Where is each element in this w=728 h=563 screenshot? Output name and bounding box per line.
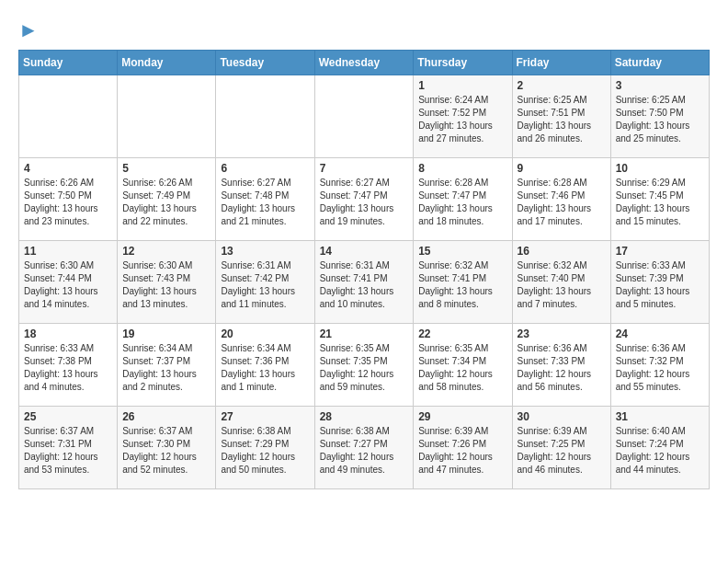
day-cell: 3Sunrise: 6:25 AM Sunset: 7:50 PM Daylig… <box>610 75 709 158</box>
day-cell: 19Sunrise: 6:34 AM Sunset: 7:37 PM Dayli… <box>118 324 216 407</box>
day-info: Sunrise: 6:33 AM Sunset: 7:38 PM Dayligh… <box>24 342 112 394</box>
day-cell: 27Sunrise: 6:38 AM Sunset: 7:29 PM Dayli… <box>216 407 314 489</box>
day-number: 10 <box>616 162 704 175</box>
day-cell: 30Sunrise: 6:39 AM Sunset: 7:25 PM Dayli… <box>512 407 610 489</box>
day-number: 29 <box>418 410 506 423</box>
day-cell: 1Sunrise: 6:24 AM Sunset: 7:52 PM Daylig… <box>414 75 512 158</box>
header-cell-saturday: Saturday <box>610 51 709 75</box>
day-cell: 26Sunrise: 6:37 AM Sunset: 7:30 PM Dayli… <box>118 407 216 489</box>
day-number: 23 <box>518 327 606 340</box>
day-number: 13 <box>221 245 309 258</box>
day-number: 25 <box>24 410 112 423</box>
day-number: 9 <box>518 162 606 175</box>
day-number: 2 <box>518 79 606 92</box>
day-number: 22 <box>418 327 506 340</box>
day-info: Sunrise: 6:35 AM Sunset: 7:34 PM Dayligh… <box>418 342 506 394</box>
day-cell: 12Sunrise: 6:30 AM Sunset: 7:43 PM Dayli… <box>118 241 216 324</box>
day-number: 8 <box>418 162 506 175</box>
day-number: 7 <box>320 162 409 175</box>
day-number: 28 <box>320 410 409 423</box>
day-info: Sunrise: 6:26 AM Sunset: 7:49 PM Dayligh… <box>122 177 210 228</box>
header-cell-tuesday: Tuesday <box>216 51 314 75</box>
day-cell: 4Sunrise: 6:26 AM Sunset: 7:50 PM Daylig… <box>19 158 118 241</box>
calendar-header-row: SundayMondayTuesdayWednesdayThursdayFrid… <box>19 51 710 75</box>
day-cell: 2Sunrise: 6:25 AM Sunset: 7:51 PM Daylig… <box>512 75 610 158</box>
day-info: Sunrise: 6:25 AM Sunset: 7:51 PM Dayligh… <box>518 94 606 145</box>
day-number: 6 <box>221 162 309 175</box>
day-cell: 20Sunrise: 6:34 AM Sunset: 7:36 PM Dayli… <box>216 324 314 407</box>
day-info: Sunrise: 6:38 AM Sunset: 7:27 PM Dayligh… <box>320 425 409 477</box>
day-cell: 8Sunrise: 6:28 AM Sunset: 7:47 PM Daylig… <box>414 158 512 241</box>
day-info: Sunrise: 6:30 AM Sunset: 7:44 PM Dayligh… <box>24 259 112 311</box>
day-info: Sunrise: 6:34 AM Sunset: 7:36 PM Dayligh… <box>221 342 309 394</box>
day-info: Sunrise: 6:27 AM Sunset: 7:47 PM Dayligh… <box>320 177 409 228</box>
header-cell-wednesday: Wednesday <box>314 51 414 75</box>
calendar-table: SundayMondayTuesdayWednesdayThursdayFrid… <box>18 50 710 489</box>
day-cell: 18Sunrise: 6:33 AM Sunset: 7:38 PM Dayli… <box>19 324 118 407</box>
day-cell: 10Sunrise: 6:29 AM Sunset: 7:45 PM Dayli… <box>610 158 709 241</box>
day-cell: 15Sunrise: 6:32 AM Sunset: 7:41 PM Dayli… <box>414 241 512 324</box>
day-cell: 13Sunrise: 6:31 AM Sunset: 7:42 PM Dayli… <box>216 241 314 324</box>
day-cell: 24Sunrise: 6:36 AM Sunset: 7:32 PM Dayli… <box>610 324 709 407</box>
day-cell: 16Sunrise: 6:32 AM Sunset: 7:40 PM Dayli… <box>512 241 610 324</box>
day-info: Sunrise: 6:40 AM Sunset: 7:24 PM Dayligh… <box>616 425 704 477</box>
day-info: Sunrise: 6:31 AM Sunset: 7:42 PM Dayligh… <box>221 259 309 311</box>
day-number: 14 <box>320 245 409 258</box>
day-number: 27 <box>221 410 309 423</box>
day-number: 31 <box>616 410 704 423</box>
day-info: Sunrise: 6:25 AM Sunset: 7:50 PM Dayligh… <box>616 94 704 145</box>
day-info: Sunrise: 6:37 AM Sunset: 7:30 PM Dayligh… <box>122 425 210 477</box>
day-cell: 31Sunrise: 6:40 AM Sunset: 7:24 PM Dayli… <box>610 407 709 489</box>
day-info: Sunrise: 6:32 AM Sunset: 7:40 PM Dayligh… <box>518 259 606 311</box>
day-number: 12 <box>122 245 210 258</box>
week-row-0: 1Sunrise: 6:24 AM Sunset: 7:52 PM Daylig… <box>19 75 710 158</box>
day-number: 16 <box>518 245 606 258</box>
day-number: 3 <box>616 79 704 92</box>
day-info: Sunrise: 6:30 AM Sunset: 7:43 PM Dayligh… <box>122 259 210 311</box>
day-number: 20 <box>221 327 309 340</box>
calendar-body: 1Sunrise: 6:24 AM Sunset: 7:52 PM Daylig… <box>19 75 710 489</box>
day-info: Sunrise: 6:36 AM Sunset: 7:32 PM Dayligh… <box>616 342 704 394</box>
day-cell: 29Sunrise: 6:39 AM Sunset: 7:26 PM Dayli… <box>414 407 512 489</box>
day-number: 24 <box>616 327 704 340</box>
day-cell <box>118 75 216 158</box>
day-info: Sunrise: 6:39 AM Sunset: 7:25 PM Dayligh… <box>518 425 606 477</box>
day-number: 11 <box>24 245 112 258</box>
day-info: Sunrise: 6:38 AM Sunset: 7:29 PM Dayligh… <box>221 425 309 477</box>
day-number: 17 <box>616 245 704 258</box>
day-cell: 5Sunrise: 6:26 AM Sunset: 7:49 PM Daylig… <box>118 158 216 241</box>
day-cell: 28Sunrise: 6:38 AM Sunset: 7:27 PM Dayli… <box>314 407 414 489</box>
day-info: Sunrise: 6:36 AM Sunset: 7:33 PM Dayligh… <box>518 342 606 394</box>
day-number: 21 <box>320 327 409 340</box>
day-info: Sunrise: 6:35 AM Sunset: 7:35 PM Dayligh… <box>320 342 409 394</box>
day-number: 15 <box>418 245 506 258</box>
day-number: 19 <box>122 327 210 340</box>
week-row-2: 11Sunrise: 6:30 AM Sunset: 7:44 PM Dayli… <box>19 241 710 324</box>
day-info: Sunrise: 6:31 AM Sunset: 7:41 PM Dayligh… <box>320 259 409 311</box>
header-cell-thursday: Thursday <box>414 51 512 75</box>
day-cell: 25Sunrise: 6:37 AM Sunset: 7:31 PM Dayli… <box>19 407 118 489</box>
day-info: Sunrise: 6:39 AM Sunset: 7:26 PM Dayligh… <box>418 425 506 477</box>
day-cell <box>19 75 118 158</box>
day-cell: 11Sunrise: 6:30 AM Sunset: 7:44 PM Dayli… <box>19 241 118 324</box>
day-number: 30 <box>518 410 606 423</box>
day-cell <box>314 75 414 158</box>
day-cell: 21Sunrise: 6:35 AM Sunset: 7:35 PM Dayli… <box>314 324 414 407</box>
header-cell-friday: Friday <box>512 51 610 75</box>
day-cell: 22Sunrise: 6:35 AM Sunset: 7:34 PM Dayli… <box>414 324 512 407</box>
day-cell <box>216 75 314 158</box>
day-cell: 9Sunrise: 6:28 AM Sunset: 7:46 PM Daylig… <box>512 158 610 241</box>
day-number: 1 <box>418 79 506 92</box>
day-info: Sunrise: 6:28 AM Sunset: 7:46 PM Dayligh… <box>518 177 606 228</box>
day-info: Sunrise: 6:32 AM Sunset: 7:41 PM Dayligh… <box>418 259 506 311</box>
logo-bird-icon: ► <box>18 18 39 42</box>
week-row-1: 4Sunrise: 6:26 AM Sunset: 7:50 PM Daylig… <box>19 158 710 241</box>
day-info: Sunrise: 6:37 AM Sunset: 7:31 PM Dayligh… <box>24 425 112 477</box>
day-info: Sunrise: 6:27 AM Sunset: 7:48 PM Dayligh… <box>221 177 309 228</box>
week-row-4: 25Sunrise: 6:37 AM Sunset: 7:31 PM Dayli… <box>19 407 710 489</box>
logo: ► <box>18 18 39 42</box>
day-info: Sunrise: 6:29 AM Sunset: 7:45 PM Dayligh… <box>616 177 704 228</box>
day-cell: 14Sunrise: 6:31 AM Sunset: 7:41 PM Dayli… <box>314 241 414 324</box>
day-number: 4 <box>24 162 112 175</box>
header-cell-sunday: Sunday <box>19 51 118 75</box>
